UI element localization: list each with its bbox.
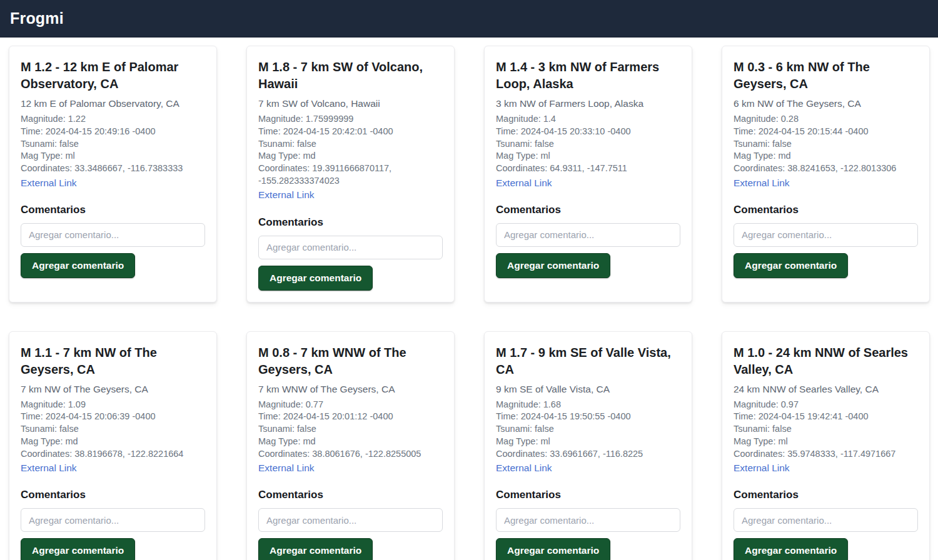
magnitude-row: Magnitude: 0.77: [258, 399, 323, 411]
coordinates-value: 38.8241653, -122.8013306: [787, 163, 896, 173]
magnitude-row: Magnitude: 1.68: [496, 399, 561, 411]
card-place: 9 km SE of Valle Vista, CA: [496, 383, 610, 396]
tsunami-label: Tsunami:: [496, 424, 532, 434]
coordinates-value: 38.8061676, -122.8255005: [312, 449, 421, 459]
magnitude-row: Magnitude: 1.09: [21, 399, 86, 411]
comment-input[interactable]: [496, 223, 680, 247]
add-comment-button[interactable]: Agregar comentario: [734, 538, 848, 560]
time-row: Time: 2024-04-15 20:42:01 -0400: [258, 126, 393, 138]
tsunami-row: Tsunami: false: [21, 423, 79, 436]
magnitude-row: Magnitude: 1.22: [21, 113, 86, 126]
earthquake-grid: M 1.2 - 12 km E of Palomar Observatory, …: [0, 38, 938, 560]
comments-heading: Comentarios: [734, 204, 799, 216]
comment-input[interactable]: [734, 223, 918, 247]
comment-input[interactable]: [258, 236, 443, 259]
time-row: Time: 2024-04-15 19:42:41 -0400: [734, 411, 869, 423]
external-link[interactable]: External Link: [496, 462, 552, 474]
external-link[interactable]: External Link: [496, 177, 552, 189]
mag-type-label: Mag Type:: [734, 151, 775, 161]
tsunami-label: Tsunami:: [258, 424, 295, 434]
tsunami-label: Tsunami:: [496, 139, 532, 149]
time-label: Time:: [496, 411, 518, 421]
tsunami-label: Tsunami:: [734, 139, 770, 149]
magnitude-label: Magnitude:: [21, 399, 66, 409]
tsunami-row: Tsunami: false: [258, 138, 316, 151]
app-header: Frogmi: [0, 0, 938, 38]
mag-type-label: Mag Type:: [258, 151, 300, 161]
comment-input[interactable]: [21, 508, 205, 532]
tsunami-row: Tsunami: false: [496, 138, 554, 151]
magnitude-value: 0.77: [306, 399, 323, 409]
mag-type-row: Mag Type: md: [258, 436, 316, 448]
external-link[interactable]: External Link: [734, 177, 790, 189]
time-label: Time:: [734, 126, 756, 136]
comments-heading: Comentarios: [258, 489, 323, 501]
tsunami-value: false: [535, 424, 554, 434]
coordinates-row: Coordinates: 33.6961667, -116.8225: [496, 448, 643, 461]
coordinates-label: Coordinates:: [734, 449, 785, 459]
add-comment-button[interactable]: Agregar comentario: [734, 253, 848, 278]
magnitude-value: 1.09: [68, 399, 86, 409]
add-comment-button[interactable]: Agregar comentario: [258, 266, 373, 291]
coordinates-value: 64.9311, -147.7511: [550, 163, 627, 173]
tsunami-row: Tsunami: false: [21, 138, 79, 151]
comment-input[interactable]: [21, 223, 205, 247]
time-value: 2024-04-15 20:15:44 -0400: [759, 126, 869, 136]
mag-type-label: Mag Type:: [496, 151, 538, 161]
coordinates-label: Coordinates:: [496, 163, 547, 173]
external-link[interactable]: External Link: [734, 462, 790, 474]
card-title: M 1.2 - 12 km E of Palomar Observatory, …: [21, 59, 205, 92]
magnitude-value: 0.28: [781, 114, 799, 124]
time-row: Time: 2024-04-15 20:33:10 -0400: [496, 126, 631, 138]
add-comment-button[interactable]: Agregar comentario: [21, 538, 135, 560]
magnitude-value: 1.75999999: [306, 114, 354, 124]
tsunami-value: false: [772, 139, 792, 149]
comment-input[interactable]: [496, 508, 680, 532]
tsunami-row: Tsunami: false: [734, 423, 792, 436]
coordinates-value: 33.3486667, -116.7383333: [74, 163, 183, 173]
coordinates-row: Coordinates: 64.9311, -147.7511: [496, 162, 627, 175]
external-link[interactable]: External Link: [258, 189, 315, 201]
coordinates-label: Coordinates:: [21, 449, 72, 459]
add-comment-button[interactable]: Agregar comentario: [258, 538, 373, 560]
tsunami-row: Tsunami: false: [734, 138, 792, 151]
mag-type-row: Mag Type: ml: [734, 436, 788, 448]
time-row: Time: 2024-04-15 20:49:16 -0400: [21, 126, 156, 138]
card-place: 3 km NW of Farmers Loop, Alaska: [496, 98, 643, 110]
add-comment-button[interactable]: Agregar comentario: [496, 253, 610, 278]
external-link[interactable]: External Link: [21, 177, 77, 189]
coordinates-label: Coordinates:: [734, 163, 785, 173]
time-row: Time: 2024-04-15 20:06:39 -0400: [21, 411, 156, 423]
external-link[interactable]: External Link: [258, 462, 315, 474]
time-value: 2024-04-15 20:42:01 -0400: [283, 126, 393, 136]
mag-type-row: Mag Type: ml: [496, 150, 550, 162]
mag-type-label: Mag Type:: [21, 436, 63, 446]
coordinates-row: Coordinates: 19.3911666870117, -155.2823…: [258, 162, 443, 187]
time-label: Time:: [734, 411, 756, 421]
mag-type-row: Mag Type: md: [21, 436, 78, 448]
mag-type-label: Mag Type:: [258, 436, 300, 446]
coordinates-label: Coordinates:: [258, 449, 310, 459]
comment-input[interactable]: [258, 508, 443, 532]
time-label: Time:: [21, 126, 43, 136]
coordinates-row: Coordinates: 33.3486667, -116.7383333: [21, 162, 183, 175]
card-place: 7 km SW of Volcano, Hawaii: [258, 98, 380, 110]
coordinates-row: Coordinates: 38.8061676, -122.8255005: [258, 448, 421, 461]
external-link[interactable]: External Link: [21, 462, 77, 474]
mag-type-row: Mag Type: md: [734, 150, 791, 162]
mag-type-value: md: [65, 436, 78, 446]
tsunami-row: Tsunami: false: [258, 423, 316, 436]
comment-input[interactable]: [734, 508, 918, 532]
card-place: 6 km NW of The Geysers, CA: [734, 98, 861, 110]
card-place: 7 km WNW of The Geysers, CA: [258, 383, 395, 396]
mag-type-row: Mag Type: md: [258, 150, 316, 162]
magnitude-label: Magnitude:: [734, 114, 779, 124]
comments-heading: Comentarios: [734, 489, 799, 501]
coordinates-value: 38.8196678, -122.8221664: [74, 449, 183, 459]
magnitude-row: Magnitude: 1.4: [496, 113, 556, 126]
mag-type-value: ml: [778, 436, 787, 446]
tsunami-value: false: [535, 139, 554, 149]
time-label: Time:: [258, 411, 281, 421]
add-comment-button[interactable]: Agregar comentario: [496, 538, 610, 560]
add-comment-button[interactable]: Agregar comentario: [21, 253, 135, 278]
